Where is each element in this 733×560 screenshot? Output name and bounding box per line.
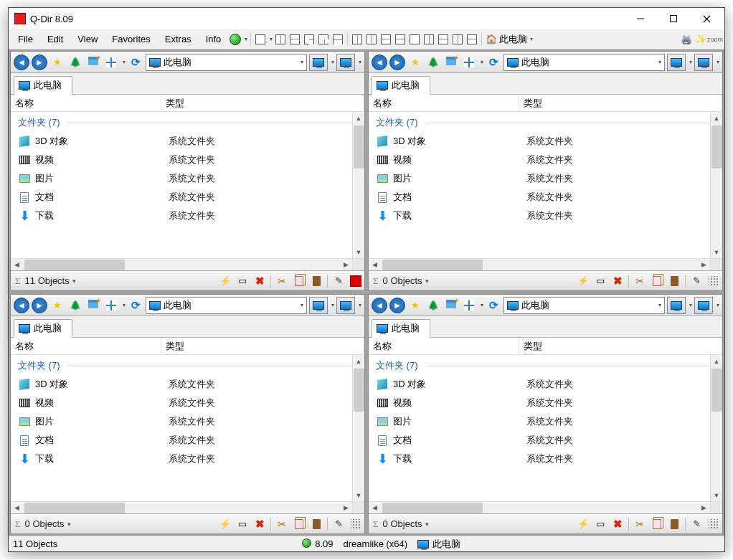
menu-file[interactable]: File [11, 32, 39, 47]
column-type[interactable]: 类型 [519, 338, 722, 354]
list-item[interactable]: 视频系统文件夹 [372, 394, 719, 412]
vertical-scrollbar[interactable]: ▲ ▼ [710, 355, 722, 501]
scroll-up-icon[interactable]: ▲ [353, 112, 365, 124]
edit-button[interactable]: ✎ [689, 516, 704, 532]
props-button[interactable]: ▭ [592, 273, 608, 289]
menu-view[interactable]: View [71, 32, 104, 47]
filter-button[interactable]: ⚡ [575, 516, 591, 532]
scroll-up-icon[interactable]: ▲ [711, 112, 723, 124]
props-button[interactable]: ▭ [235, 516, 250, 532]
scroll-left-icon[interactable]: ◀ [369, 502, 381, 514]
screen2-button[interactable] [336, 297, 355, 314]
location-label[interactable]: 此电脑 [499, 33, 527, 46]
globe-icon[interactable] [229, 33, 242, 46]
list-item[interactable]: 文档系统文件夹 [14, 431, 361, 450]
edit-button[interactable]: ✎ [331, 516, 346, 532]
delete-button[interactable]: ✖ [252, 516, 268, 532]
zoom-icon[interactable]: zoom [709, 33, 722, 46]
printer-icon[interactable]: 🖨️ [680, 33, 693, 46]
screen1-button[interactable] [309, 54, 328, 71]
object-count[interactable]: 11 Objects [25, 275, 70, 286]
forward-button[interactable]: ► [389, 54, 405, 70]
back-button[interactable]: ◄ [372, 298, 387, 313]
refresh-button[interactable]: ⟳ [486, 298, 501, 313]
layout-4-icon[interactable] [331, 33, 344, 46]
object-count[interactable]: 0 Objects [383, 275, 422, 286]
paste-button[interactable] [666, 516, 682, 532]
scroll-right-icon[interactable]: ▶ [698, 259, 710, 271]
list-item[interactable]: 3D 对象系统文件夹 [372, 132, 719, 151]
group-header[interactable]: 文件夹 (7) [372, 356, 719, 375]
list-item[interactable]: 图片系统文件夹 [14, 412, 361, 431]
list-item[interactable]: 3D 对象系统文件夹 [14, 132, 361, 151]
layout-single-icon[interactable] [254, 33, 267, 46]
tab-thispc[interactable]: 此电脑 [14, 319, 72, 338]
vertical-scrollbar[interactable]: ▲ ▼ [710, 112, 722, 258]
column-name[interactable]: 名称 [369, 95, 519, 111]
address-dropdown-icon[interactable]: ▾ [658, 59, 661, 65]
column-type[interactable]: 类型 [161, 338, 364, 354]
screen1-button[interactable] [667, 54, 686, 71]
newfolder-button[interactable]: ✦ [443, 298, 459, 313]
address-dropdown-icon[interactable]: ▾ [301, 59, 303, 65]
tree-button[interactable]: 🌲 [67, 298, 83, 313]
delete-button[interactable]: ✖ [252, 273, 268, 289]
scroll-down-icon[interactable]: ▼ [353, 246, 365, 258]
scroll-down-icon[interactable]: ▼ [353, 489, 365, 501]
copy-button[interactable] [649, 273, 665, 289]
maximize-button[interactable] [657, 8, 690, 29]
view-grid-button[interactable] [103, 54, 119, 70]
newfolder-button[interactable]: ✦ [85, 298, 101, 313]
list-item[interactable]: 3D 对象系统文件夹 [372, 375, 719, 394]
view-grid-button[interactable] [461, 54, 477, 70]
close-button[interactable] [690, 8, 723, 29]
screen2-button[interactable] [694, 54, 713, 71]
chevron-down-icon[interactable]: ▾ [425, 277, 429, 285]
paste-button[interactable] [308, 516, 324, 532]
home-icon[interactable]: 🏠 [485, 33, 498, 46]
props-button[interactable]: ▭ [592, 516, 608, 532]
chevron-down-icon[interactable]: ▾ [425, 521, 429, 528]
address-dropdown-icon[interactable]: ▾ [301, 302, 303, 308]
favorite-button[interactable]: ★ [49, 54, 65, 70]
tab-thispc[interactable]: 此电脑 [372, 76, 430, 95]
layout-var9-icon[interactable] [465, 33, 478, 46]
group-header[interactable]: 文件夹 (7) [14, 113, 361, 132]
menu-edit[interactable]: Edit [41, 32, 70, 47]
scroll-down-icon[interactable]: ▼ [711, 246, 723, 258]
view-grid-button[interactable] [461, 298, 477, 313]
cut-button[interactable]: ✂ [274, 273, 290, 289]
scroll-right-icon[interactable]: ▶ [698, 502, 710, 514]
refresh-button[interactable]: ⟳ [486, 54, 501, 70]
vertical-scrollbar[interactable]: ▲ ▼ [352, 112, 364, 258]
tree-button[interactable]: 🌲 [425, 54, 441, 70]
layout-v2-icon[interactable] [274, 33, 287, 46]
horizontal-scrollbar[interactable]: ◀ ▶ [369, 501, 722, 513]
address-bar[interactable]: 此电脑 ▾ [503, 297, 665, 314]
cut-button[interactable]: ✂ [274, 516, 290, 532]
list-item[interactable]: 图片系统文件夹 [372, 169, 719, 188]
layout-var1-icon[interactable] [351, 33, 364, 46]
address-bar[interactable]: 此电脑 ▾ [146, 297, 307, 314]
menu-favorites[interactable]: Favorites [105, 32, 156, 47]
scroll-down-icon[interactable]: ▼ [711, 489, 723, 501]
edit-button[interactable]: ✎ [689, 273, 704, 289]
horizontal-scrollbar[interactable]: ◀ ▶ [11, 501, 364, 513]
screen2-button[interactable] [336, 54, 355, 71]
layout-var3-icon[interactable] [379, 33, 392, 46]
chevron-down-icon[interactable]: ▾ [67, 521, 71, 528]
select-button[interactable] [706, 273, 722, 289]
menu-info[interactable]: Info [199, 32, 228, 47]
forward-button[interactable]: ► [389, 298, 405, 313]
select-button[interactable] [348, 273, 364, 289]
delete-button[interactable]: ✖ [610, 516, 625, 532]
chevron-down-icon[interactable]: ▾ [72, 277, 76, 285]
list-item[interactable]: ⬇下载系统文件夹 [14, 207, 361, 225]
layout-3b-icon[interactable] [317, 33, 330, 46]
group-header[interactable]: 文件夹 (7) [372, 113, 719, 132]
scroll-right-icon[interactable]: ▶ [340, 502, 352, 514]
menu-extras[interactable]: Extras [159, 32, 198, 47]
scroll-up-icon[interactable]: ▲ [353, 355, 365, 367]
list-item[interactable]: 视频系统文件夹 [14, 394, 361, 412]
favorite-button[interactable]: ★ [407, 54, 423, 70]
